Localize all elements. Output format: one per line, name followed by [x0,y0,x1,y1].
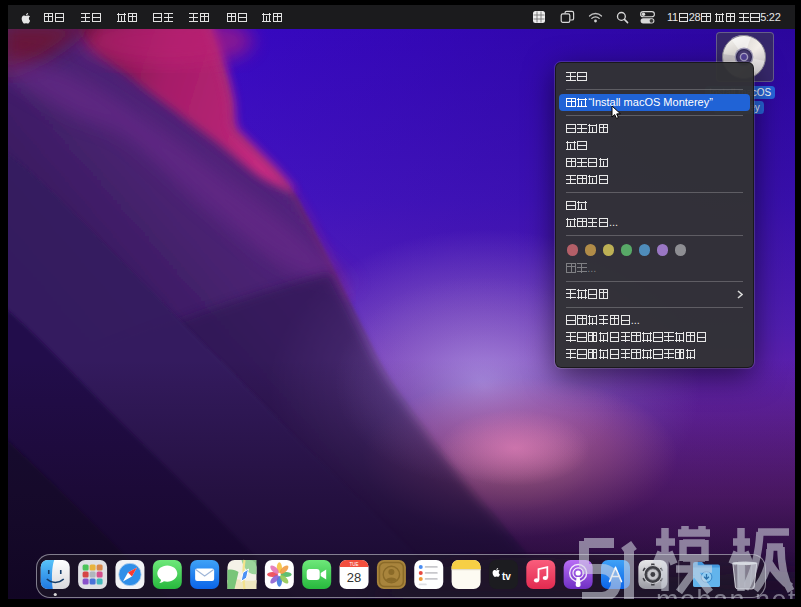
svg-text:tv: tv [501,570,510,581]
svg-text:TUE: TUE [349,561,358,566]
svg-text:moban.net: moban.net [656,585,795,599]
svg-text:28: 28 [346,569,360,584]
